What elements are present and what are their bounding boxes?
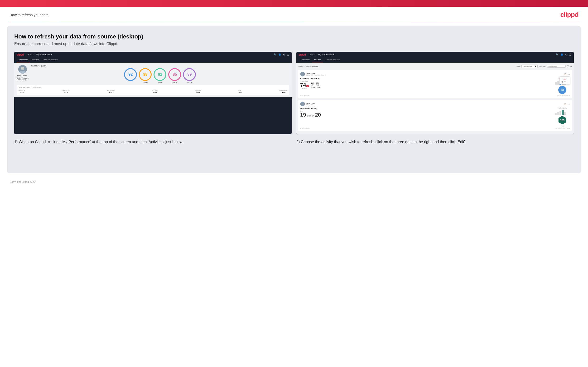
score-circle-ott: 98 OTT ✏ (139, 68, 152, 83)
stat-oneputt: 1 Putt 25% (238, 90, 242, 93)
right-tab-activities[interactable]: Activities (312, 58, 323, 62)
left-nav-home[interactable]: Home (27, 53, 33, 56)
list-view-icon[interactable]: ☰ (567, 65, 569, 67)
grid-view-icon[interactable]: ⊞ (570, 65, 572, 67)
user-icon[interactable]: 👤 (278, 53, 281, 56)
clippd-logo: clippd (561, 11, 579, 18)
activity-card-2: Josh Coles 20 May 2022 📋 ••• Must make p… (298, 100, 572, 131)
trad-stats: Traditional Stats ⓘ Last 20 rounds Fairw… (17, 85, 289, 95)
settings-icon[interactable]: ⚙ (283, 53, 285, 56)
header-divider (9, 21, 579, 21)
right-tab-dashboard[interactable]: Dashboard (299, 58, 312, 62)
left-nav-links: Home My Performance (27, 53, 52, 56)
player-info: Josh Coles United Kingdom 1.5 Handicap (17, 75, 28, 81)
stat-proximity-value: 41'6" (109, 91, 113, 93)
gir-stat: GIR 50% (316, 82, 319, 85)
left-nav-icons: 🔍 👤 ⚙ ☰ (274, 53, 289, 56)
activity-2-name: Josh Coles (306, 102, 315, 104)
left-tab-work-on[interactable]: What To Work On (41, 58, 60, 62)
svg-rect-10 (560, 111, 561, 115)
activity-card-1: Josh Coles 21 May 2022 · Royal North Dev… (298, 70, 572, 98)
updown-stat: Up/Down 45% (311, 85, 316, 88)
left-tabs: Dashboard Activities What To Work On (14, 58, 292, 63)
stat-fairways-value: 56% (20, 91, 24, 93)
stat-sandsave: Sand Save 32% (195, 90, 201, 93)
three-dots-menu-2[interactable]: ••• (567, 103, 570, 105)
activity-1-date: 21 May 2022 · Royal North Devon GC (306, 74, 326, 76)
desc-block-2: 2) Choose the activity that you wish to … (296, 139, 574, 145)
left-tab-activities[interactable]: Activities (30, 58, 41, 62)
activity-2-date: 20 May 2022 (306, 104, 315, 106)
main-subtitle: Ensure the correct and most up to date d… (14, 42, 574, 46)
activity-2-meta: ⚙ Test Information Data Source: Clippd C… (300, 128, 570, 129)
activity-2-avatar (300, 102, 305, 106)
card-icon: 📋 (564, 73, 566, 75)
out-of-2: OUT OF (307, 115, 314, 117)
arg-label: ARG ✏ (172, 82, 177, 83)
activity-1-name: Josh Coles (306, 73, 326, 74)
right-user-icon[interactable]: 👤 (561, 53, 563, 56)
oneputt-stat: 1 Putt 50% (317, 85, 320, 88)
activity-type-select[interactable]: All Activity Types (521, 65, 538, 68)
right-nav-icons: 🔍 👤 ⚙ ☰ (556, 53, 571, 56)
left-tab-dashboard[interactable]: Dashboard (17, 58, 30, 62)
keywords-label: Keywords: (539, 65, 566, 68)
desc-text-2: 2) Choose the activity that you wish to … (296, 139, 574, 145)
left-body: Josh Coles United Kingdom 1.5 Handicap T… (14, 63, 292, 97)
tee-info-1: ⚙ Tee: White (M) (300, 95, 309, 96)
right-menu-icon[interactable]: ☰ (569, 53, 571, 56)
activity-1-body: Evening round at RND Round Score 74 +2 1… (300, 77, 570, 94)
right-tabs: Dashboard Activities What To Work On (296, 58, 574, 63)
score-circles: 92 98 OTT ✏ 82 APP ✏ (31, 68, 289, 83)
right-nav: clippd Home My Performance 🔍 👤 ⚙ ☰ (296, 52, 574, 58)
right-settings-icon[interactable]: ⚙ (565, 53, 567, 56)
keywords-text: Keywords: (539, 66, 546, 67)
stat-gir: Greens In Reg 51% (62, 90, 70, 93)
score-circle-putt: 89 PUTT ✏ (183, 68, 196, 83)
round-score-stat: Round Score 74 +2 18 Holes (300, 81, 309, 90)
fw-stat: FW Hit 79% (311, 82, 314, 85)
search-input[interactable] (547, 65, 566, 68)
score-circle-main: 92 (124, 68, 137, 83)
score-value-2: 19 (300, 112, 306, 118)
stat-fairways: Fairways Hit 56% (18, 90, 25, 93)
desc-block-1: 1) When on Clippd, click on 'My Performa… (14, 139, 292, 145)
data-source-1: Data Source: Golfstat.ab (557, 95, 570, 96)
menu-icon[interactable]: ☰ (287, 53, 289, 56)
score-98: 98 (139, 68, 152, 81)
right-body: Viewing 24 out of 35 Activities Show: Al… (296, 63, 574, 134)
copyright-text: Copyright Clippd 2022 (9, 180, 35, 183)
left-nav-performance[interactable]: My Performance (36, 53, 52, 56)
stat-proximity: App. Proximity 41'6" (107, 90, 114, 93)
player-country: United Kingdom (17, 77, 28, 79)
viewing-text: Viewing 24 out of 35 Activities (298, 66, 318, 67)
activity-1-title: Evening round at RND (300, 77, 552, 80)
trad-stats-title: Traditional Stats ⓘ Last 20 rounds (18, 87, 287, 89)
page-title: How to refresh your data (9, 13, 49, 17)
svg-rect-12 (564, 112, 566, 115)
shot-quality-chart-2 (555, 110, 570, 115)
score-82: 82 (154, 68, 166, 81)
right-nav-performance[interactable]: My Performance (318, 53, 334, 56)
activity-1-user: Josh Coles 21 May 2022 · Royal North Dev… (306, 73, 326, 76)
activity-1-avatar (300, 72, 305, 76)
edit-icon: ✏ (562, 78, 563, 80)
edit-menu-item[interactable]: ✏ Edit (560, 77, 570, 81)
total-quality-label: Total Player Quality (31, 65, 289, 67)
three-dots-menu-1[interactable]: ••• (567, 73, 570, 75)
footer: Copyright Clippd 2022 (0, 178, 588, 186)
shots-value-2: 20 (315, 112, 321, 118)
right-tab-work-on[interactable]: What To Work On (323, 58, 342, 62)
player-avatar (18, 65, 27, 74)
trad-stats-row: Fairways Hit 56% Greens In Reg 51% App. … (18, 90, 287, 93)
delete-menu-item[interactable]: 🗑 Delete (560, 81, 570, 83)
search-icon[interactable]: 🔍 (274, 53, 277, 56)
svg-rect-4 (557, 81, 559, 85)
right-nav-home[interactable]: Home (310, 53, 315, 56)
right-search-icon[interactable]: 🔍 (556, 53, 559, 56)
score-badge: +2 (306, 85, 309, 87)
data-source-2: Data Source: Clippd Capture (555, 128, 570, 129)
player-handicap: 1.5 Handicap (17, 79, 28, 81)
score-85: 85 (168, 68, 181, 81)
stat-updown-value: 36% (153, 91, 157, 93)
